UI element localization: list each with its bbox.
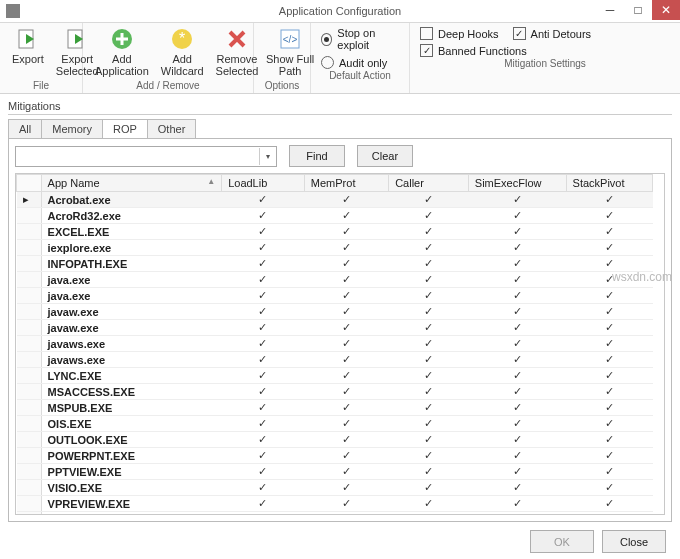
cell-loadlib[interactable]: ✓ xyxy=(222,512,305,516)
cell-simexecflow[interactable]: ✓ xyxy=(468,304,566,320)
cell-simexecflow[interactable]: ✓ xyxy=(468,416,566,432)
cell-loadlib[interactable]: ✓ xyxy=(222,464,305,480)
cell-simexecflow[interactable]: ✓ xyxy=(468,400,566,416)
cell-loadlib[interactable]: ✓ xyxy=(222,224,305,240)
cell-loadlib[interactable]: ✓ xyxy=(222,368,305,384)
cell-loadlib[interactable]: ✓ xyxy=(222,240,305,256)
clear-button[interactable]: Clear xyxy=(357,145,413,167)
cell-simexecflow[interactable]: ✓ xyxy=(468,320,566,336)
search-combo[interactable]: ▾ xyxy=(15,146,277,167)
cell-loadlib[interactable]: ✓ xyxy=(222,256,305,272)
export-button[interactable]: Export xyxy=(6,27,50,79)
cell-memprot[interactable]: ✓ xyxy=(304,384,388,400)
add-wildcard-button[interactable]: * Add Wildcard xyxy=(155,27,210,79)
cell-memprot[interactable]: ✓ xyxy=(304,272,388,288)
cell-stackpivot[interactable]: ✓ xyxy=(566,224,652,240)
cell-memprot[interactable]: ✓ xyxy=(304,304,388,320)
banned-functions-checkbox[interactable]: ✓Banned Functions xyxy=(420,44,670,57)
cell-caller[interactable]: ✓ xyxy=(389,464,469,480)
cell-loadlib[interactable]: ✓ xyxy=(222,416,305,432)
col-simexecflow[interactable]: SimExecFlow xyxy=(468,175,566,192)
cell-loadlib[interactable]: ✓ xyxy=(222,432,305,448)
cell-simexecflow[interactable]: ✓ xyxy=(468,496,566,512)
cell-memprot[interactable]: ✓ xyxy=(304,240,388,256)
cell-simexecflow[interactable]: ✓ xyxy=(468,512,566,516)
cell-caller[interactable]: ✓ xyxy=(389,416,469,432)
cell-memprot[interactable]: ✓ xyxy=(304,336,388,352)
cell-simexecflow[interactable]: ✓ xyxy=(468,272,566,288)
cell-loadlib[interactable]: ✓ xyxy=(222,288,305,304)
cell-memprot[interactable]: ✓ xyxy=(304,192,388,208)
cell-memprot[interactable]: ✓ xyxy=(304,352,388,368)
tab-rop[interactable]: ROP xyxy=(102,119,148,138)
col-stackpivot[interactable]: StackPivot xyxy=(566,175,652,192)
table-row[interactable]: AcroRd32.exe✓✓✓✓✓ xyxy=(17,208,653,224)
cell-stackpivot[interactable]: ✓ xyxy=(566,496,652,512)
cell-memprot[interactable]: ✓ xyxy=(304,400,388,416)
cell-stackpivot[interactable]: ✓ xyxy=(566,192,652,208)
cell-caller[interactable]: ✓ xyxy=(389,496,469,512)
col-caller[interactable]: Caller xyxy=(389,175,469,192)
close-button[interactable]: ✕ xyxy=(652,0,680,20)
cell-simexecflow[interactable]: ✓ xyxy=(468,224,566,240)
cell-memprot[interactable]: ✓ xyxy=(304,512,388,516)
cell-caller[interactable]: ✓ xyxy=(389,512,469,516)
col-loadlib[interactable]: LoadLib xyxy=(222,175,305,192)
tab-other[interactable]: Other xyxy=(147,119,197,138)
cell-loadlib[interactable]: ✓ xyxy=(222,384,305,400)
table-row[interactable]: LYNC.EXE✓✓✓✓✓ xyxy=(17,368,653,384)
cell-stackpivot[interactable]: ✓ xyxy=(566,464,652,480)
cell-simexecflow[interactable]: ✓ xyxy=(468,384,566,400)
cell-caller[interactable]: ✓ xyxy=(389,240,469,256)
cell-caller[interactable]: ✓ xyxy=(389,448,469,464)
tab-memory[interactable]: Memory xyxy=(41,119,103,138)
cell-stackpivot[interactable]: ✓ xyxy=(566,512,652,516)
cell-stackpivot[interactable]: ✓ xyxy=(566,304,652,320)
cell-stackpivot[interactable]: ✓ xyxy=(566,400,652,416)
cell-stackpivot[interactable]: ✓ xyxy=(566,336,652,352)
cell-simexecflow[interactable]: ✓ xyxy=(468,448,566,464)
cell-loadlib[interactable]: ✓ xyxy=(222,448,305,464)
cell-caller[interactable]: ✓ xyxy=(389,480,469,496)
table-row[interactable]: MSACCESS.EXE✓✓✓✓✓ xyxy=(17,384,653,400)
cell-memprot[interactable]: ✓ xyxy=(304,416,388,432)
cell-loadlib[interactable]: ✓ xyxy=(222,336,305,352)
cell-stackpivot[interactable]: ✓ xyxy=(566,416,652,432)
cell-stackpivot[interactable]: ✓ xyxy=(566,368,652,384)
cell-memprot[interactable]: ✓ xyxy=(304,480,388,496)
cell-caller[interactable]: ✓ xyxy=(389,336,469,352)
table-row[interactable]: VISIO.EXE✓✓✓✓✓ xyxy=(17,480,653,496)
cell-caller[interactable]: ✓ xyxy=(389,224,469,240)
cell-stackpivot[interactable]: ✓ xyxy=(566,384,652,400)
ok-button[interactable]: OK xyxy=(530,530,594,553)
cell-simexecflow[interactable]: ✓ xyxy=(468,256,566,272)
close-dialog-button[interactable]: Close xyxy=(602,530,666,553)
deep-hooks-checkbox[interactable]: Deep Hooks xyxy=(420,27,499,40)
cell-loadlib[interactable]: ✓ xyxy=(222,400,305,416)
cell-caller[interactable]: ✓ xyxy=(389,384,469,400)
table-row[interactable]: MSPUB.EXE✓✓✓✓✓ xyxy=(17,400,653,416)
cell-caller[interactable]: ✓ xyxy=(389,208,469,224)
cell-stackpivot[interactable]: ✓ xyxy=(566,352,652,368)
cell-stackpivot[interactable]: ✓ xyxy=(566,272,652,288)
cell-stackpivot[interactable]: ✓ xyxy=(566,240,652,256)
cell-memprot[interactable]: ✓ xyxy=(304,496,388,512)
cell-caller[interactable]: ✓ xyxy=(389,400,469,416)
cell-caller[interactable]: ✓ xyxy=(389,272,469,288)
cell-stackpivot[interactable]: ✓ xyxy=(566,256,652,272)
cell-simexecflow[interactable]: ✓ xyxy=(468,208,566,224)
cell-memprot[interactable]: ✓ xyxy=(304,448,388,464)
cell-loadlib[interactable]: ✓ xyxy=(222,352,305,368)
cell-memprot[interactable]: ✓ xyxy=(304,288,388,304)
cell-simexecflow[interactable]: ✓ xyxy=(468,240,566,256)
cell-memprot[interactable]: ✓ xyxy=(304,432,388,448)
cell-loadlib[interactable]: ✓ xyxy=(222,320,305,336)
maximize-button[interactable]: □ xyxy=(624,0,652,20)
cell-caller[interactable]: ✓ xyxy=(389,192,469,208)
cell-loadlib[interactable]: ✓ xyxy=(222,208,305,224)
cell-stackpivot[interactable]: ✓ xyxy=(566,288,652,304)
anti-detours-checkbox[interactable]: ✓Anti Detours xyxy=(513,27,592,40)
cell-stackpivot[interactable]: ✓ xyxy=(566,208,652,224)
cell-loadlib[interactable]: ✓ xyxy=(222,192,305,208)
cell-memprot[interactable]: ✓ xyxy=(304,208,388,224)
